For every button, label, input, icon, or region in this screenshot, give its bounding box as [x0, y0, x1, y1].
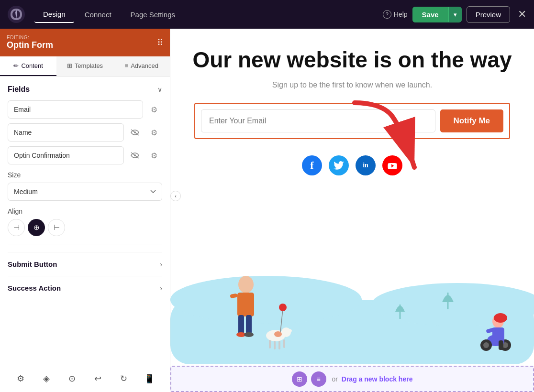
- facebook-icon[interactable]: f: [302, 155, 322, 175]
- submit-button-title: Submit Button: [8, 260, 57, 268]
- sidebar-bottom-bar: ⚙ ◈ ⊙ ↩ ↻ 📱: [0, 365, 170, 392]
- or-text: or: [332, 375, 338, 383]
- fields-title: Fields: [8, 85, 30, 94]
- layers-bottom-icon[interactable]: ◈: [38, 370, 55, 387]
- svg-rect-32: [499, 340, 503, 350]
- svg-rect-11: [237, 293, 254, 316]
- align-center-button[interactable]: ⊕: [28, 219, 45, 236]
- svg-rect-12: [238, 315, 244, 334]
- name-field-input[interactable]: [8, 123, 124, 142]
- svg-point-34: [494, 313, 507, 323]
- settings-bottom-icon[interactable]: ⚙: [12, 370, 29, 387]
- help-button[interactable]: ? Help: [383, 10, 408, 19]
- optin-form-wrapper: Notify Me: [194, 103, 510, 139]
- sidebar-collapse-button[interactable]: ‹: [170, 191, 181, 201]
- page-subtext: Sign up to be the first to know when we …: [180, 81, 524, 89]
- field-optin-confirmation: ⚙: [8, 146, 162, 164]
- svg-point-16: [244, 332, 254, 337]
- help-icon: ?: [383, 10, 391, 19]
- success-action-chevron-icon: ›: [160, 284, 162, 292]
- svg-point-6: [170, 276, 362, 324]
- block-icon-row: ≡: [311, 371, 326, 387]
- fields-section-header: Fields ∨: [8, 85, 162, 94]
- size-select[interactable]: Small Medium Large: [8, 183, 162, 201]
- svg-rect-13: [246, 315, 252, 334]
- submit-button-section: Submit Button ›: [8, 252, 162, 276]
- svg-point-36: [279, 304, 287, 311]
- svg-point-2: [134, 131, 136, 133]
- fields-collapse-icon[interactable]: ∨: [157, 86, 162, 93]
- optin-email-input[interactable]: [201, 109, 435, 132]
- field-email: ⚙: [8, 100, 162, 119]
- tab-advanced[interactable]: ≡ Advanced: [113, 56, 170, 76]
- topbar-nav: Design Connect Page Settings: [34, 6, 383, 23]
- divider-1: [8, 244, 162, 244]
- svg-point-19: [286, 329, 292, 333]
- success-action-header[interactable]: Success Action ›: [8, 284, 162, 292]
- name-visibility-icon[interactable]: [127, 124, 143, 141]
- preview-button[interactable]: Preview: [467, 6, 510, 23]
- optin-visibility-icon[interactable]: [127, 147, 143, 163]
- svg-point-4: [134, 154, 136, 156]
- success-action-section: Success Action ›: [8, 276, 162, 300]
- field-name: ⚙: [8, 123, 162, 142]
- linkedin-icon[interactable]: in: [356, 155, 376, 175]
- optin-confirmation-field-input[interactable]: [8, 146, 124, 164]
- nav-page-settings[interactable]: Page Settings: [122, 7, 184, 22]
- editing-label: EDITING:: [7, 35, 53, 40]
- topbar-right: ? Help Save ▾ Preview ✕: [383, 6, 526, 23]
- align-label: Align: [8, 207, 162, 215]
- mobile-view-icon[interactable]: 📱: [141, 370, 158, 387]
- size-label: Size: [8, 171, 162, 179]
- size-section: Size Small Medium Large: [8, 171, 162, 201]
- tab-templates[interactable]: ⊞ Templates: [56, 56, 113, 76]
- topbar: Design Connect Page Settings ? Help Save…: [0, 0, 534, 29]
- block-icon-grid: ⊞: [292, 371, 307, 387]
- tab-content[interactable]: ✏ Content: [0, 56, 56, 76]
- canvas: Our new website is on the way Sign up to…: [170, 29, 534, 392]
- optin-submit-button[interactable]: Notify Me: [440, 109, 504, 132]
- drag-block-label: Drag a new block here: [342, 375, 413, 383]
- nav-connect[interactable]: Connect: [76, 7, 120, 22]
- sidebar: EDITING: Optin Form ⠿ ✏ Content ⊞ Templa…: [0, 29, 170, 392]
- social-icons-row: f in: [180, 151, 524, 180]
- divi-logo-icon: [8, 6, 25, 23]
- redo-bottom-icon[interactable]: ↻: [115, 370, 132, 387]
- align-section: Align ⊣ ⊕ ⊢: [8, 207, 162, 236]
- sidebar-content: Fields ∨ ⚙ ⚙ ⚙: [0, 76, 170, 365]
- name-settings-icon[interactable]: ⚙: [146, 124, 162, 141]
- grid-menu-icon[interactable]: ⠿: [157, 37, 163, 48]
- form-title: Optin Form: [7, 40, 53, 50]
- align-left-button[interactable]: ⊣: [8, 219, 25, 236]
- tab-advanced-label: Advanced: [131, 62, 158, 69]
- help-label: Help: [394, 11, 408, 18]
- page-content: Our new website is on the way Sign up to…: [170, 29, 534, 190]
- email-settings-icon[interactable]: ⚙: [146, 101, 162, 118]
- submit-button-chevron-icon: ›: [160, 261, 162, 268]
- illustration-area: [170, 261, 534, 364]
- youtube-icon[interactable]: [382, 155, 402, 175]
- sidebar-header: EDITING: Optin Form ⠿: [0, 29, 170, 56]
- submit-button-header[interactable]: Submit Button ›: [8, 260, 162, 268]
- undo-bottom-icon[interactable]: ↩: [89, 370, 106, 387]
- illustration-svg: [170, 261, 534, 364]
- save-button[interactable]: Save: [412, 7, 448, 22]
- drag-block-text: or Drag a new block here: [332, 375, 413, 383]
- save-dropdown-button[interactable]: ▾: [448, 7, 462, 22]
- optin-confirmation-settings-icon[interactable]: ⚙: [146, 147, 162, 163]
- svg-point-10: [238, 276, 254, 293]
- templates-icon: ⊞: [67, 62, 72, 69]
- align-right-button[interactable]: ⊢: [48, 219, 65, 236]
- main-layout: EDITING: Optin Form ⠿ ✏ Content ⊞ Templa…: [0, 29, 534, 392]
- svg-point-27: [483, 342, 489, 348]
- close-button[interactable]: ✕: [518, 8, 526, 21]
- sidebar-tabs: ✏ Content ⊞ Templates ≡ Advanced: [0, 56, 170, 76]
- drag-block-bar[interactable]: ⊞ ≡ or Drag a new block here: [170, 366, 534, 392]
- history-bottom-icon[interactable]: ⊙: [64, 370, 81, 387]
- twitter-icon[interactable]: [329, 155, 349, 175]
- advanced-icon: ≡: [125, 62, 129, 69]
- email-field-input[interactable]: [8, 100, 143, 119]
- sidebar-header-info: EDITING: Optin Form: [7, 35, 53, 50]
- tab-content-label: Content: [21, 62, 43, 69]
- nav-design[interactable]: Design: [34, 6, 74, 23]
